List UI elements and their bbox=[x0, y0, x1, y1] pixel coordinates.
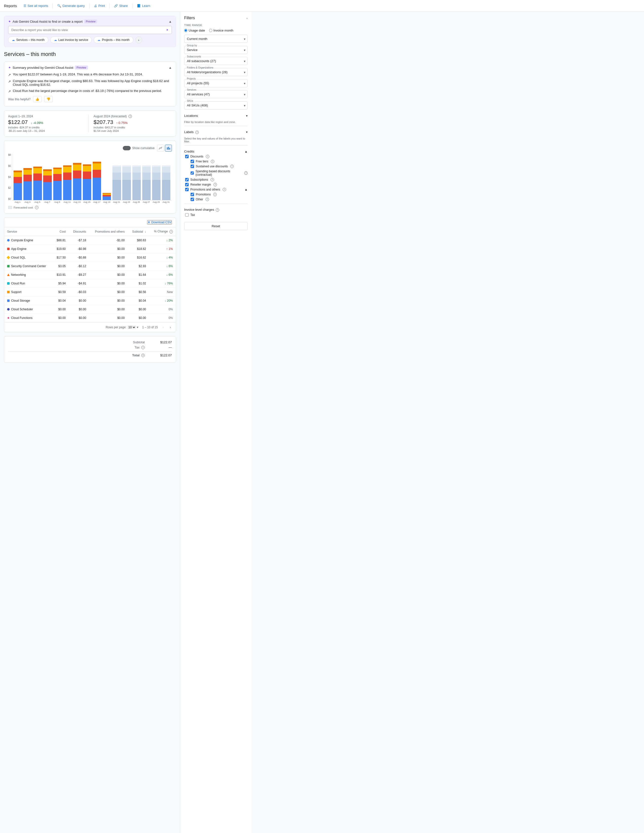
stats-card: August 1–19, 2024 $122.07 ↓-4.09% includ… bbox=[4, 110, 176, 137]
sustained-use-checkbox[interactable]: Sustained use discounts ? bbox=[190, 165, 248, 168]
reset-btn[interactable]: Reset bbox=[184, 222, 248, 230]
summary-collapse-btn[interactable]: ▲ bbox=[169, 66, 172, 69]
free-tiers-checkbox[interactable]: Free tiers ? bbox=[190, 160, 248, 163]
generate-query-btn[interactable]: 🔍 Generate query bbox=[55, 2, 87, 9]
thumbs-up-btn[interactable]: 👍 bbox=[33, 96, 42, 102]
reseller-help[interactable]: ? bbox=[214, 183, 217, 186]
bar-group-0[interactable] bbox=[13, 154, 23, 200]
thumbs-down-btn[interactable]: 👎 bbox=[44, 96, 53, 102]
gemini-collapse-btn[interactable]: ▲ bbox=[169, 20, 172, 23]
bar-group-3[interactable] bbox=[43, 154, 52, 200]
download-csv-btn[interactable]: ⬇ Download CSV bbox=[147, 220, 172, 225]
share-btn[interactable]: 🔗 Share bbox=[111, 2, 130, 9]
services-select[interactable]: All services (47) bbox=[184, 90, 248, 98]
bar-group-2[interactable] bbox=[33, 154, 42, 200]
bar-group-13[interactable] bbox=[142, 154, 151, 200]
promotions-checkbox[interactable]: Promotions ? bbox=[190, 193, 248, 196]
bar-chart-btn[interactable] bbox=[165, 145, 172, 151]
sustained-use-help[interactable]: ? bbox=[230, 165, 234, 168]
line-chart-btn[interactable] bbox=[157, 145, 164, 151]
discounts-help[interactable]: ? bbox=[206, 155, 209, 158]
print-btn[interactable]: 🖨 Print bbox=[92, 2, 108, 9]
col-discounts: Discounts bbox=[69, 227, 89, 236]
bar-group-8[interactable] bbox=[92, 154, 101, 200]
bar-group-6[interactable] bbox=[72, 154, 82, 200]
bar-group-11[interactable] bbox=[122, 154, 131, 200]
labels-header[interactable]: Labels ? ▾ bbox=[184, 129, 248, 135]
forecast-help-icon[interactable]: ? bbox=[129, 114, 132, 118]
group-by-select[interactable]: Service bbox=[184, 46, 248, 54]
see-all-reports-btn[interactable]: ☰ See all reports bbox=[21, 2, 51, 9]
other-check[interactable] bbox=[191, 198, 194, 201]
subaccounts-select[interactable]: All subaccounts (27) bbox=[184, 57, 248, 65]
reseller-checkbox[interactable]: Reseller margin ? bbox=[184, 183, 248, 186]
chip-services[interactable]: ☁ Services – this month bbox=[8, 37, 48, 43]
wand-icon: ✦ bbox=[166, 28, 169, 32]
change-help-icon[interactable]: ? bbox=[169, 230, 173, 233]
folders-select[interactable]: All folders/organizations (28) bbox=[184, 68, 248, 76]
promotions-others-checkbox[interactable]: Promotions and others ? ▲ bbox=[184, 188, 248, 191]
chip-last-invoice[interactable]: ☁ Last invoice by service bbox=[50, 37, 92, 43]
bar-group-1[interactable] bbox=[23, 154, 32, 200]
locations-header[interactable]: Locations ▾ bbox=[184, 113, 248, 119]
sustained-use-check[interactable] bbox=[191, 165, 194, 168]
reseller-check[interactable] bbox=[185, 183, 188, 186]
credits-header[interactable]: Credits ▲ bbox=[184, 148, 248, 155]
cumulative-toggle[interactable]: Show cumulative bbox=[123, 146, 155, 150]
bar-group-15[interactable] bbox=[161, 154, 171, 200]
filters-expand-btn[interactable]: › bbox=[246, 16, 248, 20]
tax-invoice-checkbox[interactable]: Tax bbox=[184, 213, 248, 217]
spending-based-help[interactable]: ? bbox=[244, 171, 248, 175]
other-checkbox[interactable]: Other ? bbox=[190, 198, 248, 201]
total-help-icon[interactable]: ? bbox=[141, 354, 145, 357]
page-title: Services – this month bbox=[4, 51, 176, 58]
bar-group-4[interactable] bbox=[53, 154, 62, 200]
promotions-check[interactable] bbox=[191, 193, 194, 196]
subscriptions-check[interactable] bbox=[185, 178, 188, 182]
bar-group-12[interactable] bbox=[132, 154, 141, 200]
rows-per-page-select[interactable]: 10 25 50 bbox=[127, 325, 136, 329]
discounts-checkbox[interactable]: Discounts ? bbox=[184, 155, 248, 158]
discounts-check[interactable] bbox=[185, 155, 188, 158]
chips-scroll-right[interactable]: › bbox=[135, 37, 142, 43]
projects-select[interactable]: All projects (55) bbox=[184, 79, 248, 87]
promotions-others-help[interactable]: ? bbox=[223, 188, 226, 191]
col-cost: Cost bbox=[53, 227, 69, 236]
bar-group-14[interactable] bbox=[151, 154, 161, 200]
labels-help-icon[interactable]: ? bbox=[195, 130, 199, 134]
promotions-others-check[interactable] bbox=[185, 188, 188, 191]
chip-projects[interactable]: ☁ Projects – this month bbox=[94, 37, 133, 43]
filters-panel: Filters › Time range Usage date Invoice … bbox=[180, 12, 251, 833]
chart-controls: Show cumulative bbox=[8, 145, 172, 151]
current-month-select[interactable]: Current month bbox=[184, 35, 248, 43]
tax-invoice-check[interactable] bbox=[185, 213, 188, 217]
spending-based-check[interactable] bbox=[191, 171, 194, 175]
free-tiers-help[interactable]: ? bbox=[211, 160, 214, 163]
other-help[interactable]: ? bbox=[206, 198, 209, 201]
bar-group-9[interactable] bbox=[102, 154, 111, 200]
subscriptions-help[interactable]: ? bbox=[211, 178, 214, 182]
usage-date-radio[interactable]: Usage date bbox=[184, 29, 205, 32]
invoice-month-radio[interactable]: Invoice month bbox=[209, 29, 233, 32]
bar-group-5[interactable] bbox=[63, 154, 72, 200]
gemini-input-wrap[interactable]: ✦ bbox=[8, 26, 172, 34]
stat-current: August 1–19, 2024 $122.07 ↓-4.09% includ… bbox=[8, 114, 87, 132]
skus-select[interactable]: All SKUs (408) bbox=[184, 101, 248, 109]
forecasted-help-icon[interactable]: ? bbox=[35, 206, 39, 209]
prev-page-btn[interactable]: ‹ bbox=[162, 325, 165, 330]
subscriptions-checkbox[interactable]: Subscriptions ? bbox=[184, 178, 248, 182]
bar-group-10[interactable] bbox=[112, 154, 121, 200]
tax-help-icon[interactable]: ? bbox=[141, 346, 145, 349]
invoice-charges-help[interactable]: ? bbox=[216, 208, 219, 212]
gemini-input[interactable] bbox=[11, 28, 166, 32]
spending-based-checkbox[interactable]: Spending based discounts (contractual) ? bbox=[190, 170, 248, 177]
next-page-btn[interactable]: › bbox=[169, 325, 172, 330]
subtotal-row: Subtotal $122.07 bbox=[8, 340, 172, 344]
bar-group-7[interactable] bbox=[82, 154, 92, 200]
free-tiers-check[interactable] bbox=[191, 160, 194, 163]
time-range-radios: Usage date Invoice month bbox=[184, 29, 248, 32]
promotions-help[interactable]: ? bbox=[213, 193, 217, 196]
learn-btn[interactable]: 📘 Learn bbox=[134, 2, 153, 9]
services-select-wrap: Services All services (47) ▾ bbox=[184, 90, 248, 98]
content-area: ✦ Ask Gemini Cloud Assist to find or cre… bbox=[0, 12, 180, 833]
